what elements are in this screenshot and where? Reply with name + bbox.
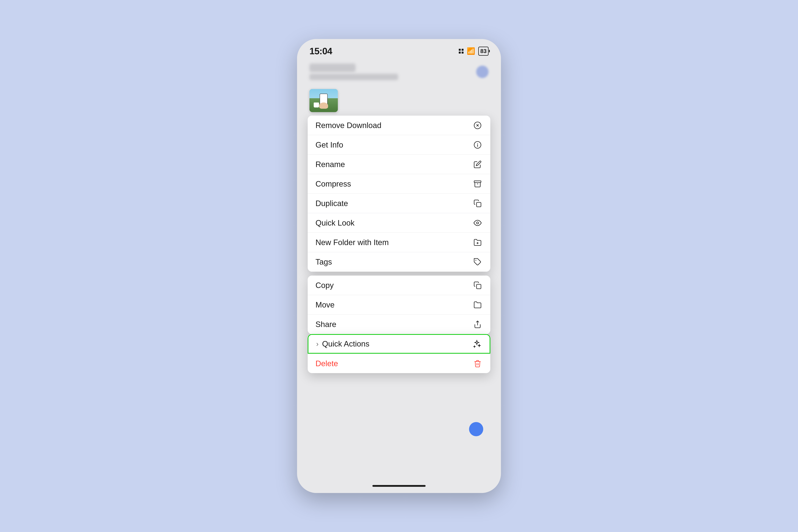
svg-rect-8 (476, 202, 481, 207)
menu-label-move: Move (316, 300, 335, 309)
pencil-icon (473, 159, 482, 169)
menu-item-new-folder[interactable]: New Folder with Item (308, 233, 490, 252)
menu-label-quick-actions: Quick Actions (322, 339, 369, 348)
menu-label-duplicate: Duplicate (316, 199, 348, 208)
status-bar: 15:04 📶 83 (297, 39, 501, 60)
context-menu-group3: › Quick Actions Delete (308, 334, 490, 373)
menu-item-share[interactable]: Share (308, 315, 490, 334)
thumb-hand (319, 102, 328, 109)
folder-icon (473, 300, 482, 310)
phone-frame: 15:04 📶 83 (297, 39, 501, 493)
menu-item-compress[interactable]: Compress (308, 174, 490, 194)
status-time: 15:04 (309, 46, 332, 56)
thumbnail-inner (309, 89, 338, 112)
home-bar (373, 485, 425, 487)
menu-label-tags: Tags (316, 258, 332, 266)
menu-label-get-info: Get Info (316, 140, 343, 149)
archive-icon (473, 179, 482, 189)
battery-indicator: 83 (478, 46, 489, 56)
svg-point-9 (476, 222, 479, 224)
copy-icon (473, 280, 482, 290)
sparkles-icon (472, 339, 482, 349)
menu-label-quick-look: Quick Look (316, 218, 355, 227)
context-menu-wrapper: Remove Download Get Info (297, 116, 501, 479)
menu-label-remove-download: Remove Download (316, 121, 381, 130)
menu-label-compress: Compress (316, 179, 351, 188)
menu-item-remove-download[interactable]: Remove Download (308, 116, 490, 135)
file-area (297, 84, 501, 116)
context-menu-group2: Copy Move Share (308, 276, 490, 334)
menu-item-get-info[interactable]: Get Info (308, 135, 490, 155)
menu-label-rename: Rename (316, 160, 345, 169)
thumb-cup (314, 102, 319, 108)
file-thumbnail[interactable] (309, 89, 338, 112)
folder-plus-icon (473, 238, 482, 247)
menu-item-tags[interactable]: Tags (308, 252, 490, 272)
menu-label-share: Share (316, 320, 336, 329)
status-icons: 📶 83 (459, 46, 489, 56)
share-icon (473, 319, 482, 329)
quick-actions-left: › Quick Actions (316, 339, 369, 348)
signal-grid-icon (459, 49, 463, 54)
circle-x-icon (473, 120, 482, 130)
duplicate-icon (473, 198, 482, 208)
header-subtitle-blur (309, 74, 398, 80)
header-button-blur (476, 65, 489, 78)
svg-rect-6 (474, 181, 481, 183)
wifi-icon: 📶 (467, 47, 475, 55)
menu-item-copy[interactable]: Copy (308, 276, 490, 295)
menu-item-delete[interactable]: Delete (308, 354, 490, 373)
eye-icon (473, 218, 482, 228)
chevron-right-icon: › (316, 340, 319, 348)
home-indicator (297, 479, 501, 493)
menu-gap-1 (308, 272, 490, 276)
menu-item-move[interactable]: Move (308, 295, 490, 315)
menu-label-new-folder: New Folder with Item (316, 238, 389, 247)
svg-rect-13 (476, 284, 481, 289)
menu-label-delete: Delete (316, 359, 338, 368)
menu-item-quick-actions[interactable]: › Quick Actions (308, 334, 490, 354)
header-left (309, 63, 398, 80)
menu-item-duplicate[interactable]: Duplicate (308, 194, 490, 213)
blue-dot (469, 422, 483, 436)
menu-item-rename[interactable]: Rename (308, 155, 490, 174)
tag-icon (473, 257, 482, 267)
trash-icon (473, 359, 482, 368)
app-header (297, 60, 501, 84)
context-menu-group1: Remove Download Get Info (308, 116, 490, 272)
header-title-blur (309, 63, 356, 72)
menu-item-quick-look[interactable]: Quick Look (308, 213, 490, 233)
menu-label-copy: Copy (316, 281, 334, 290)
circle-info-icon (473, 140, 482, 150)
